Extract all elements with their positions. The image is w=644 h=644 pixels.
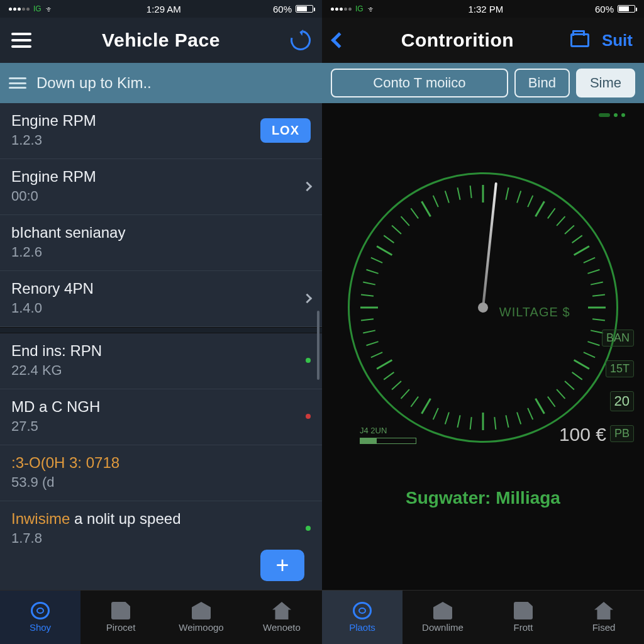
carrier-icon: IG [355, 4, 364, 13]
list-item[interactable]: MD a C NGH27.5 [0, 389, 322, 445]
doc-icon [514, 602, 533, 619]
gauge-footer: Sugwater: Milliaga [322, 488, 644, 508]
segment-bar: Conto T moiico Bind Sime [322, 63, 644, 103]
wifi-icon: ᯤ [367, 4, 377, 14]
status-dot-icon [306, 414, 311, 419]
tab-fised[interactable]: Fised [564, 591, 644, 644]
plus-icon: + [275, 552, 289, 579]
list-item[interactable]: bIchant senianay1.2.6 [0, 215, 322, 271]
list-item[interactable]: End ins: RPN22.4 KG [0, 333, 322, 389]
tab-bar: Shoy Pirocet Weimoogo Wenoeto [0, 590, 322, 644]
back-icon[interactable] [331, 32, 347, 48]
signal-dots-icon [9, 8, 30, 11]
shoy-icon [31, 602, 50, 619]
sub-title: Down up to Kim.. [36, 74, 152, 92]
section-divider [0, 327, 322, 333]
parameter-list: Engine RPM1.2.3 LOX Engine RPM00:0 bIcha… [0, 103, 322, 590]
battery-icon [618, 5, 635, 13]
status-dot-icon [306, 358, 311, 363]
seg-sime[interactable]: Sime [576, 69, 635, 97]
battery-icon [296, 5, 313, 13]
connection-dots-icon [599, 113, 625, 117]
doc-icon [111, 602, 130, 619]
page-title: Vehicle Pace [102, 30, 220, 51]
tab-frott[interactable]: Frott [483, 591, 564, 644]
status-bar: IG ᯤ 1:29 AM 60% [0, 0, 322, 18]
sub-menu-icon[interactable] [9, 77, 26, 89]
chevron-right-icon [303, 181, 313, 191]
tab-pirocet[interactable]: Pirocet [80, 591, 161, 644]
refresh-icon[interactable] [287, 26, 314, 54]
list-item[interactable]: Engine RPM00:0 [0, 159, 322, 215]
scrollbar-thumb[interactable] [317, 311, 319, 380]
status-bar: IG ᯤ 1:32 PM 60% [322, 0, 644, 18]
list-item[interactable]: Engine RPM1.2.3 LOX [0, 103, 322, 159]
nav-bar: Controrition Suit [322, 18, 644, 63]
house-icon [594, 602, 613, 619]
list-item[interactable]: Inwisime a nolit up speed1.7.8 [0, 501, 322, 557]
signal-dots-icon [331, 8, 352, 11]
list-item[interactable]: Renory 4PN1.4.0 [0, 271, 322, 327]
price-readout: 100 € [559, 424, 606, 445]
add-button[interactable]: + [260, 550, 304, 581]
status-dot-icon [306, 526, 311, 531]
battery-pct: 60% [273, 4, 292, 14]
chevron-right-icon [303, 293, 313, 303]
fuel-bar: J4 2UN [360, 426, 416, 444]
menu-icon[interactable] [11, 33, 31, 48]
status-time: 1:32 PM [468, 4, 503, 14]
suit-button[interactable]: Suit [602, 31, 633, 50]
tab-shoy[interactable]: Shoy [0, 591, 80, 644]
carrier-icon: IG [33, 4, 42, 13]
battery-pct: 60% [595, 4, 614, 14]
status-time: 1:29 AM [147, 4, 181, 14]
speed-gauge: WILTAGE $ [348, 172, 618, 443]
lox-badge[interactable]: LOX [260, 118, 311, 143]
phone-right: IG ᯤ 1:32 PM 60% Controrition Suit Conto… [322, 0, 644, 644]
sub-header: Down up to Kim.. [0, 63, 322, 103]
tab-wenoeto[interactable]: Wenoeto [242, 591, 322, 644]
folder-icon[interactable] [570, 33, 589, 47]
tab-bar: Plaots Downlime Frott Fised [322, 590, 644, 644]
nav-bar: Vehicle Pace [0, 18, 322, 63]
seg-bind[interactable]: Bind [514, 69, 570, 97]
tab-weimoogo[interactable]: Weimoogo [161, 591, 242, 644]
page-title: Controrition [401, 30, 514, 51]
phone-left: IG ᯤ 1:29 AM 60% Vehicle Pace Down up to… [0, 0, 322, 644]
gauge-center-label: WILTAGE $ [499, 305, 570, 319]
tab-downlime[interactable]: Downlime [402, 591, 483, 644]
shoy-icon [353, 602, 372, 619]
wifi-icon: ᯤ [45, 4, 55, 14]
tag-icon [433, 602, 452, 619]
tab-plaots[interactable]: Plaots [322, 591, 402, 644]
list-item[interactable]: :3-O(0H 3: 071853.9 (d [0, 445, 322, 501]
house-icon [272, 602, 291, 619]
tag-icon [192, 602, 211, 619]
seg-conto[interactable]: Conto T moiico [331, 69, 508, 97]
gauge-panel: WILTAGE $ BAN 15T 20 PB J4 2UN 100 € Sug… [322, 103, 644, 590]
